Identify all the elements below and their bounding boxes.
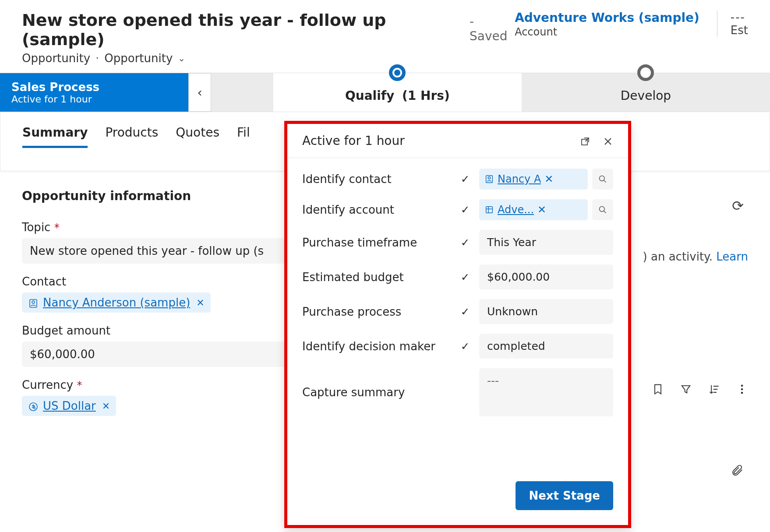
form-selector[interactable]: Opportunity <box>104 52 173 65</box>
activity-hint: ) an activity. Learn <box>643 250 748 263</box>
clear-currency-icon[interactable]: ✕ <box>102 401 110 412</box>
check-icon: ✓ <box>457 340 473 352</box>
header-account-link[interactable]: Adventure Works (sample) <box>515 11 699 25</box>
separator-dot: · <box>95 52 99 65</box>
header-est-label: Est <box>731 24 748 37</box>
svg-point-9 <box>600 176 605 181</box>
next-stage-button[interactable]: Next Stage <box>516 481 613 510</box>
svg-point-11 <box>600 207 605 212</box>
tab-summary[interactable]: Summary <box>22 121 88 148</box>
account-lookup-pill[interactable]: Adve... ✕ <box>479 199 588 220</box>
flyout-label: Capture summary <box>302 386 451 399</box>
check-icon: ✓ <box>457 271 473 283</box>
bpf-name: Sales Process <box>11 81 149 94</box>
bookmark-icon[interactable] <box>652 381 664 396</box>
timeframe-input[interactable]: This Year <box>479 230 613 255</box>
tab-quotes[interactable]: Quotes <box>176 121 219 148</box>
flyout-label: Purchase timeframe <box>302 236 451 249</box>
clear-icon[interactable]: ✕ <box>544 173 553 185</box>
flyout-row-capture-summary: Capture summary --- <box>302 368 613 416</box>
stage-inactive-icon <box>637 64 654 81</box>
flyout-label: Identify decision maker <box>302 340 451 353</box>
stage-label: Qualify <box>345 88 394 103</box>
flyout-label: Purchase process <box>302 305 451 318</box>
contact-lookup[interactable]: Nancy Anderson (sample) ✕ <box>22 292 211 313</box>
currency-lookup[interactable]: US Dollar ✕ <box>22 396 116 416</box>
check-icon: ✓ <box>457 204 473 216</box>
search-icon[interactable] <box>592 199 613 220</box>
page-title: New store opened this year - follow up (… <box>22 11 464 49</box>
tab-files-truncated[interactable]: Fil <box>237 121 250 148</box>
bpf-title-block: Sales Process Active for 1 hour <box>0 73 188 112</box>
bpf-stage-develop[interactable]: Develop <box>522 73 770 112</box>
header-est-value: --- <box>731 11 748 24</box>
learn-link[interactable]: Learn <box>716 250 748 263</box>
contact-icon <box>28 296 39 309</box>
stage-active-icon <box>389 64 406 81</box>
contact-field: Contact Nancy Anderson (sample) ✕ <box>22 275 302 313</box>
flyout-body: Identify contact ✓ Nancy A ✕ Identify ac… <box>287 158 628 437</box>
flyout-row-purchase-process: Purchase process ✓ Unknown <box>302 299 613 324</box>
field-label: Contact <box>22 275 302 288</box>
close-icon[interactable] <box>603 134 613 148</box>
search-icon[interactable] <box>592 169 613 190</box>
entity-name: Opportunity <box>22 52 90 65</box>
budget-input[interactable]: $60,000.00 <box>22 342 302 367</box>
currency-link[interactable]: US Dollar <box>43 399 96 412</box>
flyout-row-identify-account: Identify account ✓ Adve... ✕ <box>302 199 613 220</box>
field-label: Budget amount <box>22 324 302 337</box>
stage-duration: (1 Hrs) <box>402 88 450 103</box>
contact-link[interactable]: Nancy A <box>498 173 541 185</box>
tab-products[interactable]: Products <box>105 121 158 148</box>
chevron-down-icon[interactable]: ⌄ <box>178 53 185 63</box>
account-icon <box>484 205 494 215</box>
summary-input[interactable]: --- <box>479 368 613 416</box>
check-icon: ✓ <box>457 173 473 185</box>
more-icon[interactable] <box>736 381 748 396</box>
stage-flyout: Active for 1 hour Identify contact ✓ Nan… <box>284 121 631 528</box>
flyout-label: Estimated budget <box>302 271 451 284</box>
svg-point-8 <box>488 177 491 180</box>
timeline-toolbar <box>652 381 748 396</box>
contact-lookup-pill[interactable]: Nancy A ✕ <box>479 169 588 190</box>
section-title: Opportunity information <box>22 189 302 203</box>
decision-maker-input[interactable]: completed <box>479 334 613 359</box>
svg-point-4 <box>741 388 743 391</box>
business-process-flow: Sales Process Active for 1 hour ‹ Qualif… <box>0 73 770 112</box>
bpf-collapse-button[interactable]: ‹ <box>188 73 211 112</box>
svg-point-5 <box>741 392 743 394</box>
saved-indicator: - Saved <box>470 14 515 43</box>
topic-input[interactable]: New store opened this year - follow up (… <box>22 238 302 264</box>
header-account-label: Account <box>515 26 699 38</box>
popout-icon[interactable] <box>580 134 590 148</box>
field-label: Currency <box>22 378 73 391</box>
account-link[interactable]: Adve... <box>498 204 534 216</box>
bpf-duration: Active for 1 hour <box>11 94 149 105</box>
flyout-row-identify-contact: Identify contact ✓ Nancy A ✕ <box>302 169 613 190</box>
attachment-icon[interactable] <box>731 460 744 478</box>
required-indicator: * <box>54 222 60 234</box>
flyout-title: Active for 1 hour <box>302 134 405 148</box>
flyout-row-decision-maker: Identify decision maker ✓ completed <box>302 334 613 359</box>
sort-icon[interactable] <box>708 381 720 396</box>
check-icon: ✓ <box>457 236 473 249</box>
required-indicator: * <box>77 379 82 391</box>
contact-link[interactable]: Nancy Anderson (sample) <box>43 296 190 309</box>
contact-icon <box>484 174 494 184</box>
budget-input[interactable]: $60,000.00 <box>479 264 613 289</box>
filter-icon[interactable] <box>680 381 692 396</box>
currency-field: Currency * US Dollar ✕ <box>22 378 302 416</box>
svg-point-1 <box>32 301 35 303</box>
refresh-icon[interactable]: ⟳ <box>732 197 744 214</box>
bpf-stage-qualify[interactable]: Qualify (1 Hrs) <box>273 73 522 112</box>
process-input[interactable]: Unknown <box>479 299 613 324</box>
clear-icon[interactable]: ✕ <box>537 204 546 216</box>
clear-contact-icon[interactable]: ✕ <box>196 297 204 308</box>
chevron-left-icon: ‹ <box>197 85 202 100</box>
flyout-row-estimated-budget: Estimated budget ✓ $60,000.00 <box>302 264 613 289</box>
field-label: Topic <box>22 221 50 234</box>
topic-field: Topic * New store opened this year - fol… <box>22 221 302 264</box>
svg-point-3 <box>741 385 743 387</box>
flyout-label: Identify contact <box>302 173 451 186</box>
currency-icon <box>28 399 39 412</box>
